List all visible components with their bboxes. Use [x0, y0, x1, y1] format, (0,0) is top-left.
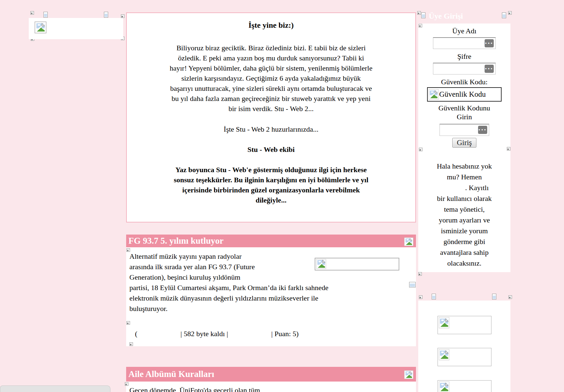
article-footer-meta: ( | 582 byte kaldı | | Puan: 5)	[135, 329, 416, 339]
missing-image-icon	[125, 382, 128, 386]
news-section-header: FG 93.7 5. yılını kutluyor	[126, 235, 416, 247]
login-button[interactable]: Giriş	[452, 138, 476, 148]
welcome-title: İşte yine biz:)	[127, 20, 415, 30]
login-panel-title: Üye Girişi	[429, 12, 463, 21]
register-info-text: Hala hesabınız yok mu? Hemen . Kayıtlı b…	[418, 161, 510, 269]
banner-placeholder[interactable]	[438, 316, 491, 334]
username-input[interactable]	[434, 39, 484, 48]
welcome-thanks-paragraph: Yaz boyunca Stu - Web'e göstermiş olduğu…	[127, 165, 415, 205]
news-article-body: Alternatif müzik yayını yapan radyolar a…	[126, 247, 416, 346]
missing-image-icon	[508, 295, 512, 299]
team-signature: Stu - Web ekibi	[127, 144, 415, 155]
password-field-box: •••	[433, 63, 496, 74]
missing-image-icon	[409, 282, 416, 287]
missing-image-icon	[421, 12, 425, 18]
missing-image-icon	[126, 321, 130, 325]
username-field-box: •••	[433, 37, 496, 49]
broken-image-icon	[439, 349, 449, 360]
captcha-image: Güvenlik Kodu	[427, 87, 502, 102]
album-rules-title: Aile Albümü Kuralları	[128, 369, 214, 379]
welcome-announcement-box: İşte yine biz:) Biliyoruz biraz geciktik…	[126, 12, 416, 222]
password-input[interactable]	[434, 64, 484, 74]
broken-image-icon	[429, 89, 439, 100]
missing-image-icon	[417, 11, 421, 15]
browser-status-bubble	[0, 385, 110, 392]
album-rules-text: Geçen dönemde, ÜniFoto'da geçerli olan t…	[129, 386, 416, 392]
welcome-paragraph: İşte Stu - Web 2 huzurlarınızda...	[127, 124, 415, 134]
logo-placeholder-box	[29, 18, 123, 39]
missing-image-icon	[129, 342, 133, 346]
captcha-field-box: •••	[440, 124, 489, 136]
broken-image-icon	[439, 382, 449, 392]
username-label: Üye Adı	[418, 27, 510, 35]
captcha-input-label: Güvenlik Kodunu Girin	[418, 104, 510, 121]
missing-image-icon	[492, 294, 496, 300]
welcome-paragraph: Biliyoruz biraz geciktik. Biraz özledini…	[127, 43, 415, 114]
autofill-icon[interactable]: •••	[478, 126, 487, 134]
missing-image-icon	[419, 148, 423, 151]
missing-image-icon	[432, 294, 436, 300]
article-image-placeholder	[315, 258, 399, 270]
broken-image-icon	[439, 317, 449, 328]
missing-image-icon	[508, 11, 512, 15]
missing-image-icon	[502, 12, 506, 18]
broken-image-icon	[316, 259, 326, 269]
news-section-title: FG 93.7 5. yılını kutluyor	[128, 236, 224, 246]
missing-image-icon	[419, 24, 422, 27]
password-label: Şifre	[418, 53, 510, 60]
banners-panel	[418, 301, 510, 392]
article-text: partisi, 18 Eylül Cumartesi akşamı, Park…	[129, 283, 416, 314]
broken-image-icon	[404, 237, 413, 246]
missing-image-icon	[30, 11, 34, 15]
missing-image-icon	[104, 12, 108, 18]
broken-image-icon	[404, 370, 413, 379]
captcha-label: Güvenlik Kodu:	[418, 78, 510, 86]
page: { "theme": { "background": "#fbe7eb", "b…	[0, 0, 564, 392]
captcha-input[interactable]	[440, 125, 478, 135]
banner-placeholder[interactable]	[438, 348, 491, 366]
missing-image-icon	[419, 295, 423, 299]
missing-image-icon	[507, 147, 510, 151]
captcha-alt-text: Güvenlik Kodu	[439, 91, 486, 98]
autofill-icon[interactable]: •••	[485, 65, 494, 73]
missing-image-icon	[126, 248, 130, 252]
album-rules-section-header: Aile Albümü Kuralları	[126, 367, 416, 382]
login-panel: Üye Adı ••• Şifre ••• Güvenlik Kodu: Güv…	[418, 24, 510, 272]
missing-image-icon	[43, 12, 48, 18]
missing-image-icon	[418, 272, 422, 276]
broken-image-icon	[35, 22, 46, 33]
album-rules-body: Geçen dönemde, ÜniFoto'da geçerli olan t…	[126, 382, 416, 392]
autofill-icon[interactable]: •••	[485, 39, 494, 47]
banner-placeholder[interactable]	[438, 380, 491, 392]
missing-image-icon	[121, 14, 124, 18]
